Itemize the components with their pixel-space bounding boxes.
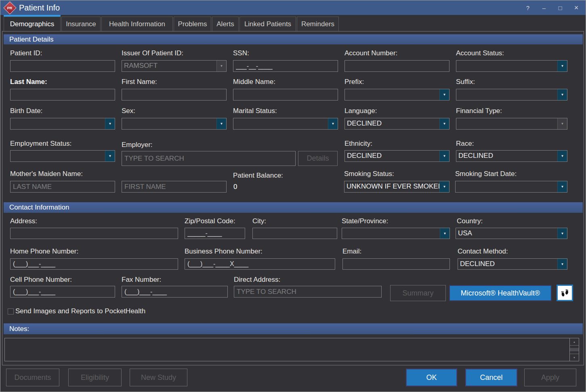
account-number-input[interactable] — [344, 60, 449, 72]
first-name-input[interactable] — [122, 89, 227, 101]
last-name-input[interactable] — [10, 89, 115, 101]
email-input[interactable] — [342, 258, 450, 270]
pockethealth-button[interactable] — [557, 285, 573, 301]
business-phone-input[interactable] — [185, 258, 335, 270]
email-label: Email: — [342, 247, 361, 256]
patient-id-input[interactable] — [10, 60, 115, 72]
issuer-combo[interactable]: RAMSOFT ▼ — [122, 60, 227, 72]
address-input[interactable] — [10, 228, 178, 239]
chevron-down-icon[interactable]: ▼ — [557, 118, 567, 129]
close-icon[interactable]: × — [571, 2, 582, 13]
middle-name-input[interactable] — [233, 89, 338, 101]
contact-information-header: Contact Information — [4, 202, 583, 213]
summary-button[interactable]: Summary — [390, 285, 446, 301]
tab-linked-patients[interactable]: Linked Patients — [239, 17, 296, 31]
account-status-combo[interactable]: ▼ — [456, 60, 567, 72]
home-phone-input[interactable] — [10, 258, 178, 270]
contact-method-combo[interactable]: DECLINED ▼ — [458, 258, 567, 270]
marital-status-value — [233, 118, 328, 129]
app-icon: PR — [3, 1, 17, 15]
ok-button[interactable]: OK — [406, 369, 457, 386]
chevron-down-icon[interactable]: ▼ — [440, 228, 449, 239]
ssn-input[interactable] — [233, 60, 338, 72]
chevron-down-icon[interactable]: ▼ — [216, 118, 226, 129]
chevron-down-icon[interactable]: ▼ — [557, 61, 567, 71]
language-value: DECLINED — [345, 118, 439, 129]
tab-health-information[interactable]: Health Information — [101, 17, 173, 31]
documents-button[interactable]: Documents — [6, 369, 59, 386]
cell-phone-label: Cell Phone Number: — [10, 275, 72, 284]
fax-input[interactable] — [122, 286, 228, 298]
tab-problems[interactable]: Problems — [174, 17, 211, 31]
state-combo[interactable]: ▼ — [342, 228, 450, 239]
employment-status-label: Employment Status: — [10, 139, 71, 148]
cancel-button[interactable]: Cancel — [465, 369, 517, 386]
account-status-label: Account Status: — [456, 49, 504, 58]
birth-date-combo[interactable]: ▼ — [10, 118, 115, 130]
mothers-maiden-first-name-input[interactable] — [122, 181, 227, 193]
pockethealth-checkbox[interactable] — [8, 308, 14, 314]
mothers-maiden-last-name-input[interactable] — [10, 181, 115, 193]
suffix-combo[interactable]: ▼ — [456, 89, 567, 101]
smoking-start-date-combo[interactable]: ▼ — [455, 181, 567, 193]
ethnicity-value: DECLINED — [345, 151, 439, 161]
city-input[interactable] — [252, 228, 337, 239]
chevron-down-icon[interactable]: ▼ — [557, 89, 567, 100]
chevron-down-icon[interactable]: ▼ — [328, 118, 338, 129]
account-status-value — [456, 61, 557, 71]
notes-scrollbar[interactable]: ▲ ▼ — [569, 338, 579, 361]
direct-address-input[interactable] — [234, 286, 382, 298]
ethnicity-combo[interactable]: DECLINED ▼ — [344, 150, 449, 162]
chevron-down-icon[interactable]: ▼ — [557, 181, 567, 192]
chevron-down-icon[interactable]: ▼ — [105, 151, 115, 161]
address-label: Address: — [10, 217, 37, 226]
new-study-button[interactable]: New Study — [130, 369, 187, 386]
smoking-status-value: UNKNOWN IF EVER SMOKED — [344, 181, 439, 192]
chevron-down-icon[interactable]: ▼ — [439, 181, 449, 192]
eligibility-button[interactable]: Eligibility — [68, 369, 122, 386]
prefix-combo[interactable]: ▼ — [344, 89, 449, 101]
employer-label: Employer: — [122, 140, 153, 149]
marital-status-combo[interactable]: ▼ — [233, 118, 338, 130]
chevron-down-icon[interactable]: ▼ — [557, 259, 567, 269]
chevron-down-icon[interactable]: ▼ — [216, 61, 226, 71]
chevron-down-icon[interactable]: ▼ — [439, 151, 449, 161]
sex-combo[interactable]: ▼ — [122, 118, 227, 130]
chevron-down-icon[interactable]: ▼ — [557, 151, 567, 161]
tab-demographics[interactable]: Demographics — [4, 17, 61, 31]
pockethealth-checkbox-label[interactable]: Send Images and Reports to PocketHealth — [15, 307, 145, 315]
race-label: Race: — [456, 139, 474, 148]
race-combo[interactable]: DECLINED ▼ — [456, 150, 567, 162]
chevron-down-icon[interactable]: ▼ — [439, 89, 449, 100]
healthvault-button[interactable]: Microsoft® HealthVault® — [449, 285, 552, 301]
zip-input[interactable] — [185, 228, 245, 239]
chevron-down-icon[interactable]: ▼ — [439, 118, 449, 129]
tab-reminders[interactable]: Reminders — [297, 17, 339, 31]
home-phone-label: Home Phone Number: — [10, 247, 78, 256]
footprints-icon — [559, 287, 570, 298]
maximize-icon[interactable]: □ — [555, 2, 565, 13]
employment-status-combo[interactable]: ▼ — [10, 150, 115, 162]
last-name-label: Last Name: — [10, 78, 47, 86]
cell-phone-input[interactable] — [10, 286, 115, 298]
minimize-icon[interactable]: – — [539, 2, 549, 13]
title-bar: PR Patient Info ? – □ × — [0, 0, 586, 15]
details-button[interactable]: Details — [298, 151, 338, 166]
language-combo[interactable]: DECLINED ▼ — [344, 118, 449, 130]
employer-search-input[interactable] — [122, 151, 296, 166]
country-combo[interactable]: USA ▼ — [456, 228, 567, 239]
help-icon[interactable]: ? — [523, 2, 533, 13]
chevron-down-icon[interactable]: ▼ — [105, 118, 115, 129]
notes-input[interactable] — [5, 338, 571, 363]
financial-type-combo[interactable]: ▼ — [456, 118, 567, 130]
scroll-down-icon[interactable]: ▼ — [570, 354, 579, 361]
chevron-down-icon[interactable]: ▼ — [557, 228, 567, 239]
apply-button[interactable]: Apply — [524, 369, 576, 386]
scroll-up-icon[interactable]: ▲ — [570, 338, 579, 346]
city-label: City: — [252, 217, 266, 226]
smoking-status-combo[interactable]: UNKNOWN IF EVER SMOKED ▼ — [344, 181, 449, 193]
tab-insurance[interactable]: Insurance — [61, 17, 101, 31]
scrollbar-thumb[interactable] — [570, 348, 579, 351]
fax-label: Fax Number: — [122, 275, 161, 284]
tab-alerts[interactable]: Alerts — [212, 17, 239, 31]
